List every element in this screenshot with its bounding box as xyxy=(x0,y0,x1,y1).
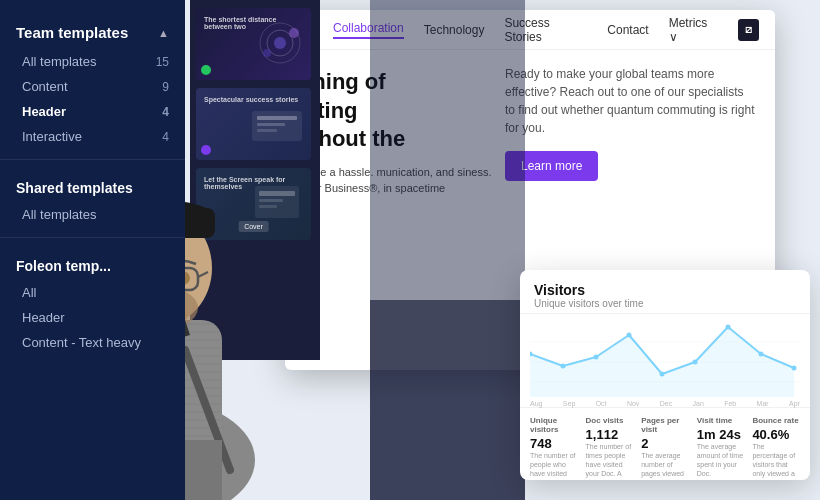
svg-point-24 xyxy=(759,352,764,357)
right-column-text: Ready to make your global teams more eff… xyxy=(505,65,755,181)
sidebar-item-foleon-header[interactable]: Header xyxy=(0,305,185,330)
sidebar-item-foleon-content[interactable]: Content - Text heavy xyxy=(0,330,185,355)
thumbnail-1[interactable]: The shortest distance between two xyxy=(196,8,311,80)
svg-point-18 xyxy=(561,364,566,369)
website-body: thing of ating ithout the Ready to make … xyxy=(285,50,775,215)
team-templates-title: Team templates xyxy=(16,24,128,41)
nav-item-contact[interactable]: Contact xyxy=(607,23,648,37)
sidebar-item-foleon-all[interactable]: All xyxy=(0,280,185,305)
sidebar-item-shared-all[interactable]: All templates xyxy=(0,202,185,227)
metric-bounce-rate: Bounce rate 40.6% The percentage of visi… xyxy=(752,416,800,480)
svg-point-21 xyxy=(660,372,665,377)
sidebar-item-interactive[interactable]: Interactive 4 xyxy=(0,124,185,149)
visitors-chart xyxy=(530,322,800,402)
shared-templates-label: Shared templates xyxy=(0,170,185,202)
nav-item-metrics[interactable]: Metrics ∨ xyxy=(669,16,718,44)
analytics-metrics: Unique visitors 748 The number of people… xyxy=(520,407,810,480)
sidebar-item-content[interactable]: Content 9 xyxy=(0,74,185,99)
left-dark-overlay xyxy=(370,0,525,500)
metric-unique-visitors: Unique visitors 748 The number of people… xyxy=(530,416,578,480)
analytics-title: Visitors xyxy=(534,282,796,298)
metric-visit-time: Visit time 1m 24s The average amount of … xyxy=(697,416,745,480)
analytics-subtitle: Unique visitors over time xyxy=(534,298,796,309)
team-templates-header: Team templates ▲ xyxy=(0,18,185,49)
foleon-templates-label: Foleon temp... xyxy=(0,248,185,280)
svg-point-2 xyxy=(274,37,286,49)
sidebar-divider-2 xyxy=(0,237,185,238)
sidebar-divider-1 xyxy=(0,159,185,160)
chart-area xyxy=(520,314,810,404)
website-nav: ity Collaboration Technology Success Sto… xyxy=(285,10,775,50)
main-area: The shortest distance between two Specta… xyxy=(185,0,820,500)
thumb-dot-1 xyxy=(201,65,211,75)
chevron-icon: ▲ xyxy=(158,27,169,39)
svg-point-23 xyxy=(726,325,731,330)
sidebar: Team templates ▲ All templates 15 Conten… xyxy=(0,0,185,500)
svg-point-3 xyxy=(289,28,299,38)
svg-point-22 xyxy=(693,360,698,365)
analytics-card: Visitors Unique visitors over time xyxy=(520,270,810,480)
analytics-header: Visitors Unique visitors over time xyxy=(520,270,810,314)
sidebar-item-all-templates[interactable]: All templates 15 xyxy=(0,49,185,74)
nav-logo: ⧄ xyxy=(738,19,759,41)
svg-point-25 xyxy=(792,366,797,371)
metric-pages-per-visit: Pages per visit 2 The average number of … xyxy=(641,416,689,480)
sidebar-item-header[interactable]: Header 4 xyxy=(0,99,185,124)
svg-point-19 xyxy=(594,355,599,360)
metric-doc-visits: Doc visits 1,112 The number of times peo… xyxy=(586,416,634,480)
svg-point-20 xyxy=(627,333,632,338)
svg-point-4 xyxy=(263,49,271,57)
website-sub-text: Ready to make your global teams more eff… xyxy=(505,65,755,137)
